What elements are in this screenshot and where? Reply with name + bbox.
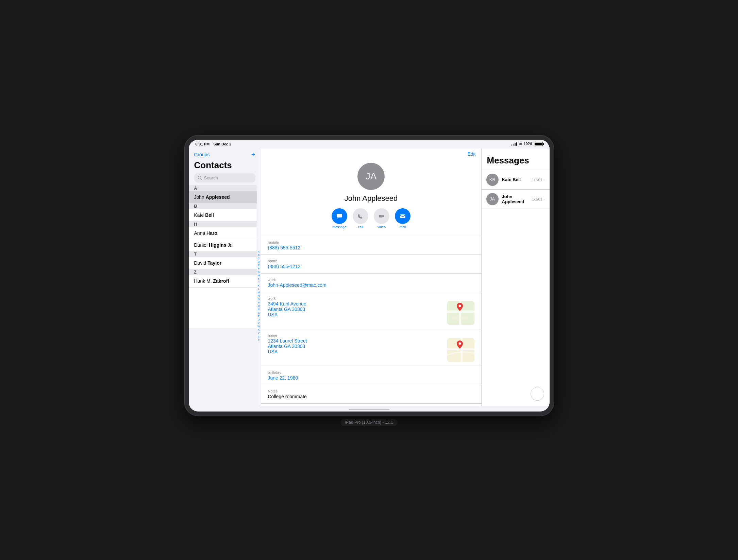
video-action[interactable]: video — [374, 208, 389, 229]
status-time: 6:31 PM — [196, 142, 210, 146]
message-info-john: John Appleseed — [502, 194, 529, 204]
signal-dots-icon — [511, 142, 517, 146]
birthday-label: birthday — [268, 370, 474, 374]
add-contact-button[interactable]: + — [251, 151, 255, 158]
send-message-button[interactable]: Send Message — [261, 403, 481, 406]
device-screen: 6:31 PM Sun Dec 2 ⌗ 100% — [189, 140, 550, 412]
avatar: JA — [357, 163, 385, 190]
home-address-with-map: 1234 Laurel Street Atlanta GA 30303 USA — [268, 338, 474, 362]
video-icon — [378, 213, 385, 220]
contacts-list: A John Appleseed B Kate Bell H — [189, 185, 261, 406]
mobile-value[interactable]: (888) 555-5512 — [268, 245, 474, 250]
field-notes: Notes College roommate — [261, 385, 481, 403]
map-pin-icon — [457, 303, 463, 311]
avatar-john: JA — [486, 193, 499, 205]
contact-item[interactable]: Kate Bell — [189, 209, 257, 221]
wifi-icon: ⌗ — [519, 142, 522, 146]
contacts-panel: Groups + Contacts Search — [189, 148, 261, 406]
mail-button[interactable] — [395, 208, 410, 224]
svg-line-1 — [200, 178, 201, 179]
message-name-john: John Appleseed — [502, 194, 529, 204]
svg-rect-3 — [379, 215, 383, 217]
battery-icon — [535, 142, 543, 146]
message-name-kate: Kate Bell — [502, 177, 529, 182]
message-item-john[interactable]: JA John Appleseed 1/1/01 › — [482, 190, 550, 209]
message-button[interactable] — [332, 208, 347, 224]
field-home-address: home 1234 Laurel Street Atlanta GA 30303… — [261, 329, 481, 366]
section-header-b: B — [189, 203, 257, 209]
device-frame: 6:31 PM Sun Dec 2 ⌗ 100% — [185, 136, 554, 416]
home-bar — [349, 409, 389, 410]
work-address-text[interactable]: 3494 Kuhl Avenue Atlanta GA 30303 USA — [268, 301, 444, 317]
call-action[interactable]: call — [353, 208, 368, 229]
contacts-nav: Groups + — [189, 148, 261, 159]
birthday-value[interactable]: June 22, 1980 — [268, 375, 474, 381]
section-header-a: A — [189, 185, 257, 191]
message-label: message — [333, 225, 347, 229]
svg-point-9 — [459, 305, 461, 307]
work-address-with-map: 3494 Kuhl Avenue Atlanta GA 30303 USA — [268, 301, 474, 325]
home-address-text[interactable]: 1234 Laurel Street Atlanta GA 30303 USA — [268, 338, 444, 354]
detail-fields: mobile (888) 555-5512 home (888) 555-121… — [261, 236, 481, 406]
status-bar: 6:31 PM Sun Dec 2 ⌗ 100% — [189, 140, 550, 148]
message-info-kate: Kate Bell — [502, 177, 529, 182]
alphabet-index[interactable]: A B C D E F G H I J K L M — [257, 248, 261, 343]
message-date-kate: 1/1/01 › — [532, 178, 544, 182]
video-button[interactable] — [374, 208, 389, 224]
mail-icon — [399, 213, 406, 220]
contact-item[interactable]: Hank M. Zakroff — [189, 275, 257, 287]
contact-item[interactable]: David Taylor — [189, 257, 257, 269]
message-date-john: 1/1/01 › — [532, 197, 544, 201]
notes-value: College roommate — [268, 394, 474, 399]
contact-full-name: John Appleseed — [345, 194, 398, 203]
home-address-label: home — [268, 333, 474, 337]
notes-label: Notes — [268, 389, 474, 393]
search-bar[interactable]: Search — [194, 173, 255, 182]
battery-percent: 100% — [524, 142, 533, 146]
chevron-right-icon: › — [543, 178, 545, 182]
contact-item[interactable]: Daniel Higgins Jr. — [189, 239, 257, 251]
groups-button[interactable]: Groups — [194, 152, 210, 157]
field-work-email: work John-Appleseed@mac.com — [261, 273, 481, 292]
messages-panel: Messages KB Kate Bell 1/1/01 › JA — [482, 148, 550, 406]
video-label: video — [378, 225, 386, 229]
map-pin-2-icon — [457, 340, 463, 349]
mail-label: mail — [400, 225, 406, 229]
section-header-h: H — [189, 221, 257, 227]
call-button[interactable] — [353, 208, 368, 224]
search-placeholder: Search — [204, 175, 218, 180]
svg-rect-4 — [400, 214, 405, 218]
svg-point-13 — [459, 342, 461, 345]
home-indicator — [189, 406, 550, 412]
message-icon — [336, 213, 343, 220]
edit-button[interactable]: Edit — [467, 151, 475, 157]
contact-item[interactable]: John Appleseed — [189, 191, 257, 203]
phone-icon — [357, 213, 364, 220]
home-indicator-circle[interactable] — [531, 387, 544, 401]
messages-title: Messages — [482, 148, 550, 170]
mail-action[interactable]: mail — [395, 208, 410, 229]
search-icon — [198, 176, 202, 180]
detail-nav: Edit — [261, 148, 481, 159]
contact-item[interactable]: Anna Haro — [189, 227, 257, 239]
contacts-title: Contacts — [189, 159, 261, 173]
field-home-phone: home (888) 555-1212 — [261, 255, 481, 273]
home-phone-value[interactable]: (888) 555-1212 — [268, 264, 474, 269]
message-action[interactable]: message — [332, 208, 347, 229]
work-address-label: work — [268, 296, 474, 300]
work-map-thumbnail[interactable] — [447, 301, 474, 325]
mobile-label: mobile — [268, 240, 474, 244]
section-header-t: T — [189, 251, 257, 257]
detail-panel: Edit JA John Appleseed — [261, 148, 482, 406]
message-item-kate[interactable]: KB Kate Bell 1/1/01 › — [482, 170, 550, 190]
work-email-label: work — [268, 278, 474, 282]
main-content: Groups + Contacts Search — [189, 148, 550, 406]
home-map-thumbnail[interactable] — [447, 338, 474, 362]
field-work-address: work 3494 Kuhl Avenue Atlanta GA 30303 U… — [261, 292, 481, 329]
svg-rect-8 — [451, 317, 468, 319]
chevron-right-2-icon: › — [543, 197, 545, 201]
contacts-list-wrapper: A John Appleseed B Kate Bell H — [189, 185, 261, 406]
work-email-value[interactable]: John-Appleseed@mac.com — [268, 282, 474, 288]
avatar-kate: KB — [486, 174, 499, 186]
field-mobile: mobile (888) 555-5512 — [261, 236, 481, 255]
